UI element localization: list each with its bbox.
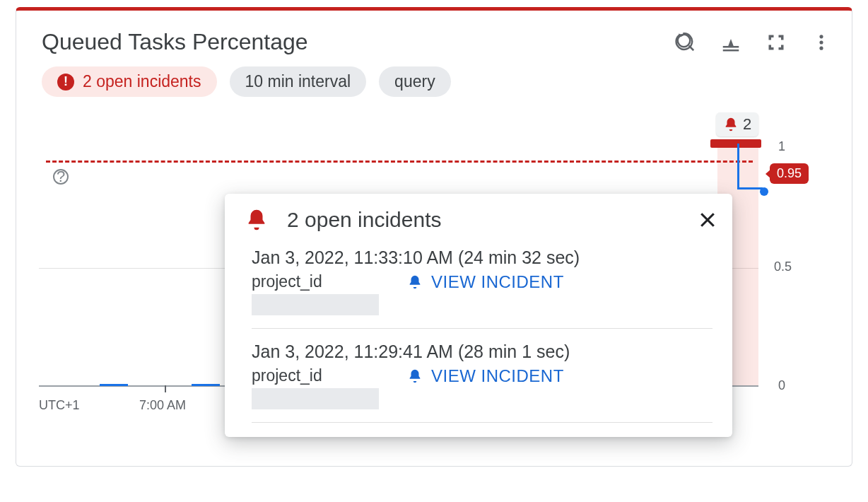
fullscreen-icon[interactable]: [766, 32, 787, 53]
popup-header: 2 open incidents: [245, 208, 712, 232]
bell-icon: [245, 208, 269, 232]
x-tick-mark: [165, 385, 166, 392]
bell-icon: [407, 368, 423, 384]
series-segment: [192, 384, 220, 386]
view-incident-label: VIEW INCIDENT: [431, 272, 564, 292]
incidents-popup: 2 open incidents Jan 3, 2022, 11:33:10 A…: [225, 194, 732, 437]
threshold-line: [46, 160, 753, 163]
view-incident-label: VIEW INCIDENT: [431, 366, 564, 386]
chip-incidents[interactable]: ! 2 open incidents: [42, 66, 217, 97]
alert-count-badge[interactable]: 2: [716, 112, 758, 136]
view-incident-link[interactable]: VIEW INCIDENT: [407, 366, 564, 386]
chip-metric[interactable]: query: [379, 66, 451, 97]
svg-point-4: [819, 46, 823, 49]
y-tick-05: 0.5: [774, 259, 792, 274]
alert-count: 2: [743, 115, 751, 134]
series-segment: [100, 384, 128, 386]
bell-icon: [407, 274, 423, 290]
x-tick-7am: 7:00 AM: [139, 398, 186, 413]
card-toolbar: [675, 32, 832, 53]
svg-point-0: [678, 34, 691, 47]
redacted-value: [252, 388, 379, 409]
chip-interval[interactable]: 10 min interval: [230, 66, 367, 97]
alert-icon: !: [57, 74, 74, 91]
chip-row: ! 2 open incidents 10 min interval query: [16, 62, 852, 104]
incident-time: Jan 3, 2022, 11:29:41 AM (28 min 1 sec): [252, 342, 712, 362]
current-value-tag: 0.95: [770, 163, 809, 184]
svg-rect-1: [723, 49, 739, 52]
incident-item: Jan 3, 2022, 11:29:41 AM (28 min 1 sec) …: [252, 337, 712, 423]
y-tick-1: 1: [778, 139, 785, 154]
incident-meta-label: project_id: [252, 366, 379, 385]
bell-icon: [723, 117, 739, 132]
incident-meta-label: project_id: [252, 272, 379, 291]
incident-item: Jan 3, 2022, 11:33:10 AM (24 min 32 sec)…: [252, 243, 712, 329]
help-icon[interactable]: ?: [53, 169, 69, 185]
chip-incidents-label: 2 open incidents: [83, 72, 201, 91]
view-incident-link[interactable]: VIEW INCIDENT: [407, 272, 564, 292]
card-title: Queued Tasks Percentage: [42, 29, 675, 55]
series-step: [737, 187, 763, 189]
legend-toggle-icon[interactable]: [720, 32, 741, 53]
card-header: Queued Tasks Percentage: [16, 11, 852, 62]
svg-point-2: [819, 35, 823, 38]
incident-time: Jan 3, 2022, 11:33:10 AM (24 min 32 sec): [252, 247, 712, 268]
more-icon[interactable]: [811, 32, 832, 53]
close-icon[interactable]: [697, 209, 718, 235]
popup-title: 2 open incidents: [287, 208, 712, 232]
value-tag-arrow: [766, 169, 771, 179]
current-point: [760, 187, 768, 196]
incident-bar: [710, 139, 761, 148]
y-tick-0: 0: [778, 378, 785, 393]
svg-point-3: [819, 40, 823, 44]
x-tz: UTC+1: [39, 398, 80, 413]
series-step: [737, 144, 739, 187]
redacted-value: [252, 294, 379, 315]
refresh-icon[interactable]: [675, 32, 696, 53]
